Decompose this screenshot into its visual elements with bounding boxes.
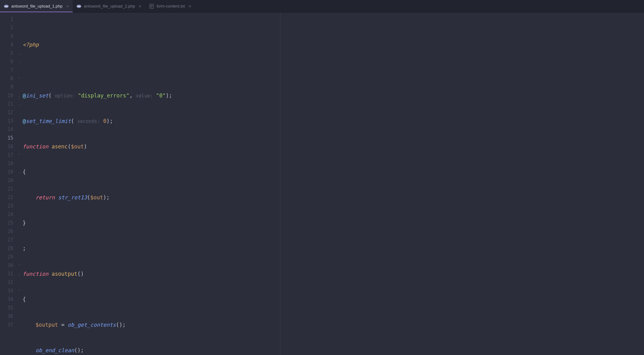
code-line: @set_time_limit( seconds: 0); — [21, 117, 644, 125]
code-line: $output = ob_get_contents(); — [21, 321, 644, 329]
code-line: @ini_set( option: "display_errors", valu… — [21, 92, 644, 100]
text-file-icon — [149, 4, 154, 9]
tab-file-3[interactable]: form-content.txt × — [145, 0, 195, 12]
code-line: } — [21, 219, 644, 227]
tab-file-2[interactable]: php antsword_file_upload_2.php × — [73, 0, 145, 12]
php-file-icon: php — [76, 4, 81, 9]
code-line — [21, 66, 644, 75]
code-line: <?php — [21, 41, 644, 49]
fold-column: ⌄⌄⌃⌄⌄⌃⌄⌃⌄⌃ — [17, 13, 21, 355]
code-line: function asoutput() — [21, 270, 644, 278]
code-line: return str_rot13($out); — [21, 193, 644, 202]
code-area[interactable]: <?php @ini_set( option: "display_errors"… — [21, 13, 644, 355]
close-icon[interactable]: × — [66, 4, 69, 9]
code-line: { — [21, 295, 644, 304]
svg-text:php: php — [77, 5, 81, 7]
column-ruler — [280, 13, 280, 355]
tab-label: antsword_file_upload_1.php — [11, 4, 63, 8]
close-icon[interactable]: × — [189, 4, 191, 9]
editor-tabs: php antsword_file_upload_1.php × php ant… — [0, 0, 644, 13]
code-editor[interactable]: 1234567891011121314151617181920212223242… — [0, 13, 644, 355]
php-file-icon: php — [4, 4, 9, 9]
tab-file-1[interactable]: php antsword_file_upload_1.php × — [0, 0, 73, 12]
code-line: { — [21, 168, 644, 176]
tab-label: form-content.txt — [157, 4, 185, 8]
close-icon[interactable]: × — [139, 4, 141, 9]
svg-text:php: php — [5, 5, 8, 7]
code-line: ; — [21, 244, 644, 253]
line-number-gutter: 1234567891011121314151617181920212223242… — [0, 13, 17, 355]
code-line: function asenc($out) — [21, 142, 644, 151]
code-line: ob_end_clean(); — [21, 346, 644, 355]
tab-label: antsword_file_upload_2.php — [84, 4, 135, 8]
